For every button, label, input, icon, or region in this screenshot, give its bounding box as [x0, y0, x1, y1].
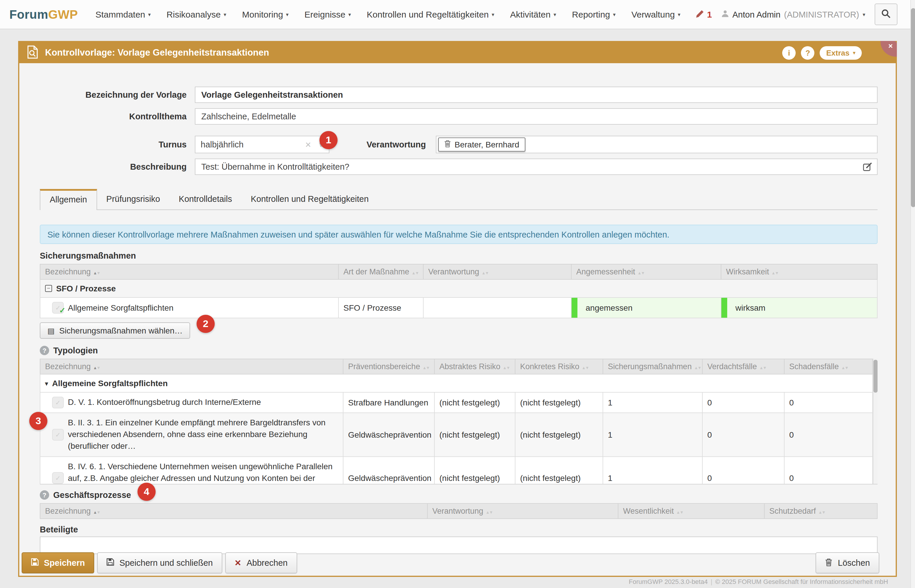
column-header-angemessenheit[interactable]: Angemessenheit▲▼ — [571, 264, 721, 279]
menu-label: Ereignisse — [305, 10, 345, 19]
column-header-wirksamkeit[interactable]: Wirksamkeit▲▼ — [721, 264, 877, 279]
bezeichnung-input[interactable]: Vorlage Gelegenheitstransaktionen — [195, 87, 878, 103]
menu-kontrollen-und-regeltaetigkeiten[interactable]: Kontrollen und Regeltätigkeiten▾ — [367, 10, 494, 19]
user-name: Anton Admin — [733, 10, 780, 19]
info-banner: Sie können dieser Kontrollvorlage mehrer… — [40, 225, 878, 244]
column-header-konkretes-risiko[interactable]: Konkretes Risiko▲▼ — [515, 359, 603, 374]
verantwortung-chip[interactable]: Berater, Bernhard — [438, 137, 525, 152]
help-button[interactable]: ? — [801, 46, 814, 60]
form-row-bezeichnung: Bezeichnung der Vorlage Vorlage Gelegenh… — [40, 87, 878, 103]
column-header-bezeichnung[interactable]: Bezeichnung▲▼ — [40, 264, 339, 279]
column-header-schutzbedarf[interactable]: Schutzbedarf▲▼ — [764, 504, 877, 519]
save-and-close-button[interactable]: Speichern und schließen — [97, 552, 222, 573]
column-header-bezeichnung[interactable]: Bezeichnung▲▼ — [40, 504, 428, 519]
column-header-art-der-massnahme[interactable]: Art der Maßnahme▲▼ — [339, 264, 423, 279]
user-menu[interactable]: Anton Admin (ADMINISTRATOR) ▾ — [721, 10, 865, 19]
menu-ereignisse[interactable]: Ereignisse▾ — [305, 10, 351, 19]
menu-monitoring[interactable]: Monitoring▾ — [242, 10, 289, 19]
tab-pruefungsrisiko[interactable]: Prüfungsrisiko — [97, 189, 169, 210]
cancel-button[interactable]: ✕ Abbrechen — [225, 552, 297, 573]
edit-counter[interactable]: 1 — [696, 9, 712, 19]
sicherungsmassnahmen-heading: Sicherungsmaßnahmen — [40, 251, 878, 260]
form-row-turnus: Turnus halbjährlich ✕ ∨ Verantwortung Be… — [40, 136, 878, 153]
button-label: Speichern und schließen — [119, 558, 213, 567]
chevron-down-icon: ▾ — [223, 11, 226, 17]
column-header-wesentlichkeit[interactable]: Wesentlichkeit▲▼ — [618, 504, 764, 519]
button-label: Löschen — [838, 558, 870, 567]
chevron-down-icon: ▾ — [349, 11, 351, 17]
menu-risikoanalyse[interactable]: Risikoanalyse▾ — [166, 10, 226, 19]
dialog-header: Kontrollvorlage: Vorlage Gelegenheitstra… — [19, 42, 896, 63]
table-row-allgemeine-sorgfaltspflichten[interactable]: ✓✓ Allgemeine Sorgfaltspflichten SFO / P… — [40, 297, 877, 318]
page-scrollbar[interactable] — [910, 0, 915, 588]
turnus-value: halbjährlich — [201, 140, 305, 149]
typologie-sicherungsmassnahmen-count: 1 — [603, 413, 702, 456]
logo-part-gwp: GWP — [48, 7, 78, 21]
main-menu: Stammdaten▾ Risikoanalyse▾ Monitoring▾ E… — [95, 10, 680, 19]
scrollbar-thumb[interactable] — [911, 8, 915, 207]
tab-kontrolldetails[interactable]: Kontrolldetails — [169, 189, 241, 210]
group-row-sfo-prozesse[interactable]: − SFO / Prozesse — [40, 279, 877, 297]
menu-label: Monitoring — [242, 10, 283, 19]
table-row-typologie-2[interactable]: ✓ B. II. 3. 1. Ein einzelner Kunde empfä… — [40, 413, 873, 456]
menu-stammdaten[interactable]: Stammdaten▾ — [95, 10, 151, 19]
tab-allgemein[interactable]: Allgemein — [40, 189, 97, 210]
trash-icon[interactable] — [444, 140, 451, 149]
menu-aktivitaeten[interactable]: Aktivitäten▾ — [510, 10, 556, 19]
typologie-name: B. IV. 6. 1. Verschiedene Unternehmen we… — [68, 461, 338, 485]
button-label: Abbrechen — [247, 558, 287, 567]
save-close-icon — [107, 558, 114, 567]
table-header-row: Bezeichnung▲▼ Präventionsbereiche▲▼ Abst… — [40, 359, 873, 374]
table-row-typologie-3[interactable]: ✓ B. IV. 6. 1. Verschiedene Unternehmen … — [40, 456, 873, 485]
delete-button[interactable]: Löschen — [815, 552, 879, 573]
menu-verwaltung[interactable]: Verwaltung▾ — [631, 10, 680, 19]
edit-icon[interactable] — [863, 162, 872, 173]
typologie-konkretes-risiko: (nicht festgelegt) — [515, 392, 603, 413]
scrollbar-thumb[interactable] — [873, 360, 878, 393]
geschaeftsprozesse-heading: ? Geschäftsprozesse — [40, 490, 878, 500]
info-button[interactable]: i — [782, 46, 796, 60]
tab-kontrollen-und-regeltaetigkeiten[interactable]: Kontrollen und Regeltätigkeiten — [241, 189, 378, 210]
table-row-typologie-1[interactable]: ✓ D. V. 1. Kontoeröffnungsbetrug durch I… — [40, 392, 873, 413]
sicherungsmassnahmen-waehlen-button[interactable]: ▤ Sicherungsmaßnahmen wählen… — [40, 322, 190, 339]
kontrollthema-input[interactable]: Zahlscheine, Edelmetalle — [195, 108, 878, 124]
column-header-verantwortung[interactable]: Verantwortung▲▼ — [428, 504, 618, 519]
typologie-verdachtsfaelle-count: 0 — [702, 456, 784, 485]
annotation-badge-3: 3 — [29, 412, 47, 430]
form-row-kontrollthema: Kontrollthema Zahlscheine, Edelmetalle — [40, 108, 878, 124]
save-icon — [31, 558, 39, 567]
typologie-icon: ✓ — [52, 472, 64, 484]
beteiligte-input[interactable] — [40, 536, 878, 554]
massnahme-art: SFO / Prozesse — [339, 297, 423, 318]
chevron-down-icon: ▾ — [863, 11, 865, 17]
table-scrollbar[interactable] — [873, 359, 878, 484]
collapse-icon[interactable]: − — [45, 285, 52, 292]
column-header-bezeichnung[interactable]: Bezeichnung▲▼ — [40, 359, 343, 374]
app-logo[interactable]: ForumGWP — [10, 7, 78, 21]
group-row-allgemeine-sorgfaltspflichten[interactable]: ▾ Allgemeine Sorgfaltspflichten — [40, 374, 873, 392]
column-header-abstraktes-risiko[interactable]: Abstraktes Risiko▲▼ — [434, 359, 515, 374]
verantwortung-field[interactable]: Berater, Bernhard — [436, 136, 878, 153]
clear-icon[interactable]: ✕ — [305, 140, 311, 149]
massnahme-icon: ✓✓ — [52, 302, 64, 313]
chevron-down-icon: ▾ — [853, 50, 855, 55]
section-title: Typologien — [53, 346, 98, 355]
application: ForumGWP Stammdaten▾ Risikoanalyse▾ Moni… — [0, 0, 915, 588]
tab-label: Allgemein — [50, 195, 87, 204]
column-header-sicherungsmassnahmen[interactable]: Sicherungsmaßnahmen▲▼ — [603, 359, 702, 374]
column-header-verantwortung[interactable]: Verantwortung▲▼ — [423, 264, 571, 279]
typologie-konkretes-risiko: (nicht festgelegt) — [515, 413, 603, 456]
search-button[interactable] — [875, 3, 897, 25]
menu-reporting[interactable]: Reporting▾ — [572, 10, 615, 19]
column-header-praeventionsbereiche[interactable]: Präventionsbereiche▲▼ — [343, 359, 434, 374]
triangle-down-icon[interactable]: ▾ — [45, 380, 48, 386]
extras-button[interactable]: Extras ▾ — [820, 46, 862, 60]
column-header-verdachtsfaelle[interactable]: Verdachtsfälle▲▼ — [702, 359, 784, 374]
help-circle-icon[interactable]: ? — [40, 346, 49, 355]
turnus-select[interactable]: halbjährlich ✕ ∨ — [195, 136, 329, 153]
save-button[interactable]: Speichern — [22, 552, 94, 573]
beschreibung-input[interactable]: Test: Übernahme in Kontrolltätigkeiten? — [195, 158, 878, 175]
column-header-schadensfaelle[interactable]: Schadensfälle▲▼ — [784, 359, 873, 374]
table-header-row: Bezeichnung▲▼ Verantwortung▲▼ Wesentlich… — [40, 504, 877, 519]
help-circle-icon[interactable]: ? — [40, 490, 49, 500]
